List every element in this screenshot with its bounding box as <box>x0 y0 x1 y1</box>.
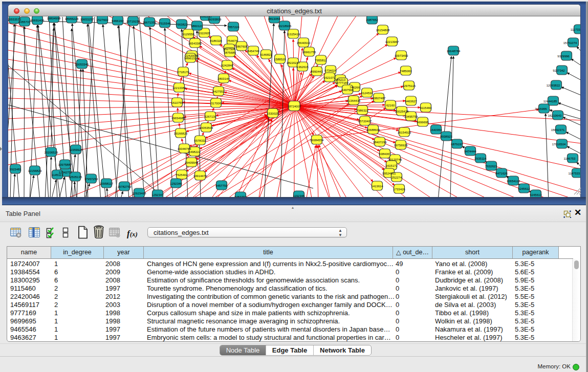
svg-text:8454749: 8454749 <box>247 50 259 53</box>
svg-text:7515546: 7515546 <box>159 22 171 25</box>
svg-text:15640910: 15640910 <box>297 41 311 45</box>
svg-text:8813054: 8813054 <box>268 17 280 20</box>
svg-text:16154808: 16154808 <box>376 29 390 32</box>
svg-text:3915481: 3915481 <box>9 168 21 171</box>
svg-text:1621072: 1621072 <box>323 76 336 79</box>
svg-text:19654985: 19654985 <box>171 117 185 120</box>
svg-text:3875685: 3875685 <box>224 51 236 54</box>
svg-text:317006: 317006 <box>211 102 222 105</box>
svg-text:10688609: 10688609 <box>366 128 380 132</box>
svg-text:19384554: 19384554 <box>310 139 324 142</box>
svg-text:9457791: 9457791 <box>215 184 228 187</box>
svg-text:15720407: 15720407 <box>358 120 372 123</box>
svg-text:9699695: 9699695 <box>417 121 429 124</box>
svg-text:2055737: 2055737 <box>18 20 31 24</box>
svg-text:1145113: 1145113 <box>52 173 63 177</box>
svg-text:19166825: 19166825 <box>174 132 188 135</box>
svg-text:10653257: 10653257 <box>80 18 94 21</box>
svg-text:3215955: 3215955 <box>535 107 547 111</box>
svg-text:8427552: 8427552 <box>212 90 225 93</box>
svg-text:1192346: 1192346 <box>293 194 306 198</box>
svg-text:19804998: 19804998 <box>47 17 61 20</box>
svg-text:19756928: 19756928 <box>394 144 408 147</box>
svg-text:1292346: 1292346 <box>170 182 182 185</box>
svg-text:15409948: 15409948 <box>185 161 199 164</box>
svg-text:1146753: 1146753 <box>564 157 576 160</box>
svg-text:9463627: 9463627 <box>405 100 417 103</box>
svg-text:14353504: 14353504 <box>200 126 213 129</box>
svg-text:8186328: 8186328 <box>210 39 222 42</box>
svg-text:1147533: 1147533 <box>569 172 580 175</box>
svg-text:8471626: 8471626 <box>495 172 508 175</box>
svg-text:2867608: 2867608 <box>235 45 248 48</box>
svg-text:2718170: 2718170 <box>177 71 189 74</box>
svg-text:1640954: 1640954 <box>430 128 442 132</box>
svg-text:1530025: 1530025 <box>267 112 279 115</box>
svg-text:252274: 252274 <box>391 176 402 179</box>
svg-text:1117334: 1117334 <box>571 28 580 31</box>
svg-text:1588520: 1588520 <box>274 58 286 61</box>
svg-text:12975115: 12975115 <box>402 84 416 87</box>
svg-text:9129558: 9129558 <box>182 33 194 36</box>
svg-text:20053346: 20053346 <box>75 63 89 66</box>
svg-text:20691406: 20691406 <box>31 19 45 22</box>
svg-text:10973493: 10973493 <box>395 54 408 57</box>
svg-text:18724007: 18724007 <box>288 105 301 108</box>
svg-text:7632621: 7632621 <box>485 165 497 168</box>
svg-text:10958117: 10958117 <box>100 182 114 185</box>
svg-text:5578332: 5578332 <box>194 139 206 142</box>
svg-text:9327508: 9327508 <box>223 48 235 51</box>
svg-text:17957253: 17957253 <box>84 178 98 181</box>
svg-text:9457792: 9457792 <box>234 195 247 198</box>
svg-text:1610755: 1610755 <box>171 101 183 104</box>
svg-text:1362615: 1362615 <box>296 65 309 69</box>
svg-text:12156829: 12156829 <box>28 169 42 172</box>
svg-text:14914479: 14914479 <box>193 174 207 178</box>
svg-text:1733426: 1733426 <box>393 188 405 191</box>
svg-text:9242848: 9242848 <box>221 64 233 67</box>
svg-text:9384067: 9384067 <box>379 152 391 156</box>
svg-text:16210643: 16210643 <box>548 114 562 117</box>
svg-text:9115460: 9115460 <box>420 106 432 110</box>
svg-text:3267130: 3267130 <box>204 115 216 118</box>
svg-text:18407299: 18407299 <box>373 141 387 144</box>
svg-text:12923468: 12923468 <box>133 192 146 195</box>
svg-text:9896132: 9896132 <box>184 57 197 60</box>
svg-text:2803144: 2803144 <box>217 77 230 80</box>
svg-text:16782759: 16782759 <box>118 185 132 188</box>
svg-text:3124534: 3124534 <box>361 92 373 95</box>
svg-text:754676: 754676 <box>227 39 238 42</box>
svg-text:10218906: 10218906 <box>278 25 292 28</box>
svg-text:17016504: 17016504 <box>552 143 566 146</box>
svg-text:12505135: 12505135 <box>69 176 82 179</box>
svg-text:7857224: 7857224 <box>227 26 239 29</box>
svg-text:9329996: 9329996 <box>557 55 570 58</box>
svg-text:13495759: 13495759 <box>404 115 418 118</box>
svg-text:1527602: 1527602 <box>96 18 108 21</box>
svg-text:10719155: 10719155 <box>126 20 140 23</box>
svg-text:7986322: 7986322 <box>356 109 368 112</box>
svg-text:9245612: 9245612 <box>518 187 530 190</box>
svg-text:12359928: 12359928 <box>69 148 83 151</box>
svg-text:1292347: 1292347 <box>151 193 164 196</box>
svg-text:6466160: 6466160 <box>112 19 124 23</box>
svg-text:19524851: 19524851 <box>382 172 396 175</box>
svg-text:12213967: 12213967 <box>385 40 399 43</box>
svg-text:6734024: 6734024 <box>324 69 337 72</box>
svg-text:6879197: 6879197 <box>451 143 463 146</box>
svg-text:8990443: 8990443 <box>311 70 323 73</box>
svg-text:15692371: 15692371 <box>551 128 565 132</box>
svg-text:16671355: 16671355 <box>143 21 157 24</box>
svg-text:16093809: 16093809 <box>208 18 222 21</box>
svg-text:16961755: 16961755 <box>302 51 316 54</box>
svg-text:18955224: 18955224 <box>65 17 79 20</box>
svg-text:9474444: 9474444 <box>464 150 476 153</box>
svg-text:6497568: 6497568 <box>341 89 354 92</box>
svg-text:20206526: 20206526 <box>45 151 58 154</box>
svg-text:1413614: 1413614 <box>371 185 383 188</box>
svg-text:7625402: 7625402 <box>176 173 188 177</box>
svg-text:10025438: 10025438 <box>395 110 409 113</box>
svg-text:1615172: 1615172 <box>385 164 398 167</box>
svg-text:9227342: 9227342 <box>553 69 565 72</box>
svg-text:12213382: 12213382 <box>172 86 186 90</box>
